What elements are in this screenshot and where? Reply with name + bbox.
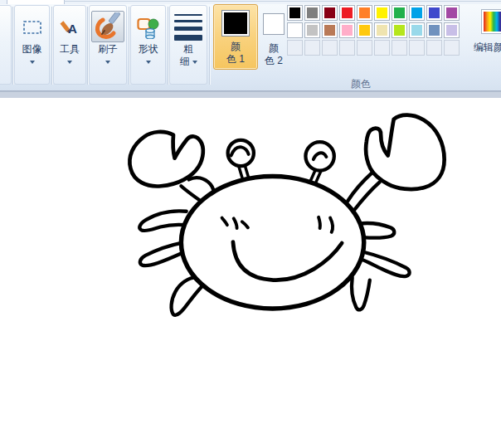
palette-swatch[interactable] [444, 40, 460, 56]
palette-swatch[interactable] [304, 22, 320, 38]
palette-swatch[interactable] [374, 40, 390, 56]
chevron-down-icon [67, 61, 72, 64]
image-label: 图像 [22, 43, 42, 56]
palette-swatch[interactable] [409, 40, 425, 56]
color1-label-line1: 颜 [231, 41, 241, 52]
group-separator [12, 7, 13, 85]
shapes-set-icon [137, 17, 159, 39]
palette-swatch[interactable] [339, 5, 355, 21]
colors-group-caption: 颜色 [249, 77, 473, 91]
chevron-down-icon [105, 61, 110, 64]
chevron-down-icon [192, 61, 197, 64]
palette-swatch[interactable] [426, 5, 442, 21]
svg-text:A: A [68, 22, 77, 36]
palette-swatch[interactable] [322, 5, 338, 21]
palette-swatch[interactable] [444, 5, 460, 21]
palette-swatch[interactable] [357, 22, 372, 38]
palette-swatch[interactable] [339, 22, 355, 38]
crab-body [181, 177, 363, 309]
palette-swatch[interactable] [287, 22, 303, 38]
brushes-group-button[interactable]: 刷子 [89, 5, 127, 85]
palette-swatch[interactable] [374, 5, 390, 21]
palette-swatch[interactable] [409, 22, 425, 38]
color1-button[interactable]: 颜 色 1 [213, 4, 258, 70]
rainbow-spectrum-icon [484, 12, 501, 32]
group-separator [209, 7, 210, 85]
edit-colors-button[interactable]: 编辑颜色 [465, 5, 501, 55]
chevron-down-icon [30, 61, 35, 64]
brushes-label: 刷子 [98, 43, 118, 56]
ribbon-bottom-band [0, 91, 501, 98]
tab-strip-border [64, 1, 501, 2]
palette-swatch[interactable] [426, 40, 442, 56]
clipboard-group-button[interactable]: 板 [0, 5, 12, 85]
palette-swatch[interactable] [392, 22, 407, 38]
chevron-down-icon [146, 61, 151, 64]
group-separator [129, 7, 129, 85]
color-palette [287, 5, 460, 57]
palette-swatch[interactable] [357, 5, 372, 21]
palette-row-1 [287, 5, 460, 21]
palette-swatch[interactable] [339, 40, 355, 56]
ribbon: 板 图像 A 工具 [0, 4, 501, 91]
shapes-label: 形状 [139, 43, 158, 56]
palette-swatch[interactable] [287, 5, 303, 21]
group-separator [51, 7, 52, 85]
palette-swatch[interactable] [322, 40, 338, 56]
tools-group-button[interactable]: A 工具 [53, 5, 86, 85]
color1-label-line2: 色 1 [226, 53, 245, 65]
image-group-button[interactable]: 图像 [14, 5, 50, 85]
line-weights-icon [174, 14, 202, 41]
palette-swatch[interactable] [426, 22, 442, 38]
palette-swatch[interactable] [374, 22, 390, 38]
color2-button[interactable]: 颜 色 2 [260, 4, 288, 70]
color1-swatch [221, 10, 250, 37]
palette-swatch[interactable] [357, 40, 372, 56]
crab-right-eye [305, 142, 333, 170]
palette-swatch[interactable] [322, 22, 338, 38]
palette-swatch[interactable] [409, 5, 425, 21]
palette-swatch[interactable] [287, 40, 303, 56]
palette-row-2 [287, 22, 460, 38]
palette-swatch[interactable] [392, 40, 407, 56]
color2-label-line1: 颜 [269, 42, 279, 54]
size-label-line2: 细 [180, 56, 190, 67]
pencil-letter-a-icon: A [59, 17, 80, 37]
paintbrush-icon [93, 12, 123, 41]
selection-rectangle-icon [22, 19, 42, 36]
tools-label: 工具 [60, 43, 80, 56]
palette-row-3 [287, 40, 460, 56]
size-group-button[interactable]: 粗 细 [169, 5, 207, 85]
shapes-group-button[interactable]: 形状 [130, 5, 166, 85]
size-label-line1: 粗 [183, 43, 193, 55]
crab-drawing [0, 98, 501, 448]
group-separator [87, 7, 88, 85]
palette-swatch[interactable] [444, 22, 460, 38]
color2-swatch [263, 13, 285, 35]
drawing-canvas[interactable] [0, 98, 501, 448]
color2-label-line2: 色 2 [265, 55, 283, 66]
group-separator [168, 7, 168, 85]
palette-swatch[interactable] [392, 5, 407, 21]
edit-colors-label: 编辑颜色 [474, 41, 501, 55]
crab-right-claw [366, 115, 444, 190]
palette-swatch[interactable] [304, 5, 320, 21]
palette-swatch[interactable] [304, 40, 320, 56]
